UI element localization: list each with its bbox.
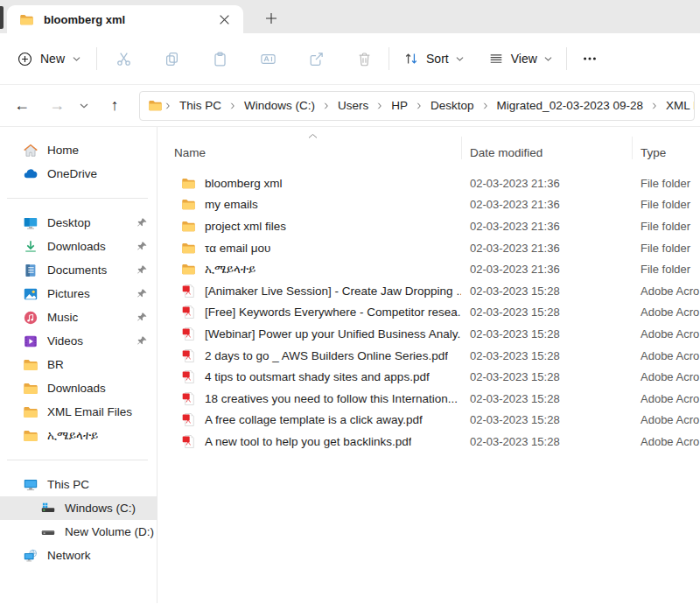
file-name: τα email μου (205, 242, 270, 255)
pdf-icon (181, 348, 196, 363)
more-options-button[interactable] (574, 43, 606, 74)
file-name-cell: ኢሜይላተይ (158, 262, 461, 277)
up-button[interactable]: ↑ (99, 91, 130, 121)
view-button[interactable]: View (483, 43, 557, 74)
sidebar-item-label: XML Email Files (47, 405, 132, 418)
folder-icon (23, 428, 38, 444)
delete-button[interactable] (346, 43, 382, 74)
new-label: New (40, 52, 65, 66)
file-date-modified: 02-03-2023 21:36 (461, 242, 632, 255)
file-row[interactable]: A new tool to help you get backlinks.pdf… (158, 431, 700, 453)
drive-icon (40, 524, 56, 540)
sidebar-item-pictures[interactable]: Pictures (0, 282, 157, 306)
pin-icon (136, 217, 148, 228)
breadcrumb-segment-users[interactable]: Users (332, 99, 374, 112)
file-name-cell: [Free] Keywords Everywhere - Competitor … (158, 305, 461, 320)
sidebar-item-desktop[interactable]: Desktop (0, 211, 157, 235)
breadcrumb-segment-migrated-02-03-2023-09-28[interactable]: Migrated_02-03-2023 09-28 (491, 99, 649, 112)
pictures-icon (23, 286, 38, 302)
column-header-date-modified[interactable]: Date modified (461, 146, 632, 159)
navigation-bar: ← → ↑ This PCWindows (C:)UsersHPDesktopM… (0, 85, 700, 127)
cut-button[interactable] (106, 43, 141, 74)
command-toolbar: New Sort View (0, 33, 700, 85)
breadcrumb-segment-desktop[interactable]: Desktop (424, 99, 480, 112)
pin-icon (136, 264, 148, 276)
breadcrumb-segment-xml-en[interactable]: XML En (660, 99, 695, 112)
file-row[interactable]: ኢሜይላተይ02-03-2023 21:36File folder (158, 258, 700, 280)
close-tab-icon[interactable] (215, 11, 233, 28)
sort-button[interactable]: Sort (398, 43, 469, 74)
new-tab-button[interactable] (259, 8, 284, 29)
file-row[interactable]: 4 tips to outsmart shady sites and apps.… (158, 366, 700, 388)
sidebar-item-network[interactable]: Network (0, 544, 157, 567)
file-list: Name Date modified Type bloomberg xml02-… (158, 127, 700, 603)
sidebar-item-item[interactable]: ኢሜይላተይ (0, 424, 157, 447)
ellipsis-icon (582, 51, 598, 67)
file-row[interactable]: τα email μου02-03-2023 21:36File folder (158, 237, 700, 259)
copy-button[interactable] (154, 43, 189, 74)
sidebar-item-xml-email-files[interactable]: XML Email Files (0, 400, 157, 424)
column-header-name[interactable]: Name (158, 146, 461, 159)
file-row[interactable]: project xml files02-03-2023 21:36File fo… (158, 215, 700, 237)
pin-icon (136, 312, 148, 323)
breadcrumb-segment-windows-c[interactable]: Windows (C:) (238, 99, 321, 112)
column-divider[interactable] (632, 137, 633, 159)
column-divider[interactable] (461, 137, 462, 159)
sidebar-item-downloads[interactable]: Downloads (0, 376, 157, 400)
file-name-cell: project xml files (158, 219, 461, 234)
tab-bloomberg-xml[interactable]: bloomberg xml (7, 5, 243, 33)
sidebar-item-label: New Volume (D:) (65, 525, 154, 538)
column-headers: Name Date modified Type (158, 127, 700, 167)
forward-button[interactable]: → (41, 91, 73, 121)
sidebar-item-downloads[interactable]: Downloads (0, 235, 157, 258)
breadcrumb-segment-this-pc[interactable]: This PC (173, 99, 228, 112)
network-icon (23, 548, 38, 564)
sidebar-item-label: Videos (47, 334, 83, 348)
file-name: ኢሜይላተይ (205, 263, 256, 277)
file-name: 4 tips to outsmart shady sites and apps.… (205, 370, 430, 383)
sidebar-item-this-pc[interactable]: This PC (0, 473, 157, 496)
file-date-modified: 02-03-2023 15:28 (461, 370, 632, 383)
file-row[interactable]: [Free] Keywords Everywhere - Competitor … (158, 302, 700, 324)
folder-icon (181, 262, 196, 277)
breadcrumb-segment-hp[interactable]: HP (385, 99, 414, 112)
sidebar-item-home[interactable]: Home (0, 138, 157, 162)
sidebar-item-onedrive[interactable]: OneDrive (0, 162, 157, 186)
file-row[interactable]: bloomberg xml02-03-2023 21:36File folder (158, 172, 700, 194)
file-row[interactable]: 18 creatives you need to follow this Int… (158, 388, 700, 410)
file-name-cell: 18 creatives you need to follow this Int… (158, 391, 461, 406)
sidebar-item-label: This PC (47, 478, 89, 491)
file-name-cell: 2 days to go _ AWS Builders Online Serie… (158, 348, 461, 363)
new-button[interactable]: New (18, 52, 80, 67)
sidebar-item-label: Home (47, 144, 79, 157)
back-button[interactable]: ← (6, 91, 38, 121)
sidebar-item-br[interactable]: BR (0, 353, 157, 376)
file-row[interactable]: my emails02-03-2023 21:36File folder (158, 194, 700, 216)
column-header-type[interactable]: Type (632, 146, 700, 159)
file-row[interactable]: [Animaker Live Session] - Create Jaw Dro… (158, 280, 700, 302)
sidebar-item-documents[interactable]: Documents (0, 258, 157, 282)
address-bar[interactable]: This PCWindows (C:)UsersHPDesktopMigrate… (139, 91, 695, 121)
file-date-modified: 02-03-2023 21:36 (461, 177, 632, 190)
sidebar-divider (7, 460, 148, 460)
trash-icon (356, 51, 373, 67)
sidebar-item-videos[interactable]: Videos (0, 329, 157, 353)
rename-button[interactable] (250, 43, 285, 74)
sidebar-item-new-volume-d[interactable]: New Volume (D:) (0, 520, 157, 544)
breadcrumb-chevron-icon (164, 102, 172, 109)
sidebar-item-windows-c[interactable]: Windows (C:) (0, 496, 157, 520)
file-row[interactable]: [Webinar] Power up your Unified Business… (158, 323, 700, 345)
sort-arrows-icon (403, 51, 419, 67)
file-row[interactable]: 2 days to go _ AWS Builders Online Serie… (158, 345, 700, 367)
file-row[interactable]: A free collage template is a click away.… (158, 410, 700, 432)
file-type: File folder (632, 198, 700, 211)
file-date-modified: 02-03-2023 15:28 (461, 327, 632, 341)
pdf-icon (181, 434, 196, 449)
share-button[interactable] (298, 43, 333, 74)
file-type: Adobe Acro (632, 349, 700, 362)
history-dropdown-button[interactable] (73, 91, 95, 121)
drive-windows-icon (40, 501, 56, 516)
sidebar-item-music[interactable]: Music (0, 306, 157, 329)
paste-button[interactable] (202, 43, 237, 74)
pin-icon (136, 288, 148, 299)
